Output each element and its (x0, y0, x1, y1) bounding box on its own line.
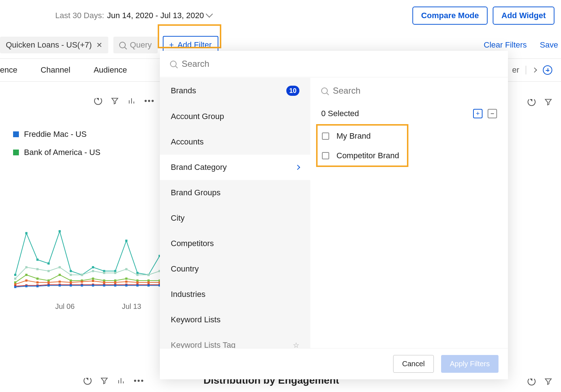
svg-rect-10 (125, 240, 128, 242)
svg-rect-77 (36, 268, 39, 270)
tab-channel[interactable]: Channel (41, 65, 70, 75)
funnel-icon[interactable] (544, 98, 552, 106)
svg-rect-41 (136, 281, 138, 283)
svg-rect-60 (14, 286, 16, 288)
funnel-icon[interactable] (544, 377, 552, 385)
svg-rect-23 (103, 279, 105, 282)
svg-rect-79 (58, 266, 61, 268)
svg-rect-30 (14, 283, 16, 285)
legend-item[interactable]: Bank of America - US (13, 143, 167, 162)
svg-rect-17 (36, 278, 39, 280)
save-link[interactable]: Save (540, 40, 558, 50)
svg-rect-62 (36, 285, 39, 287)
bar-chart-icon[interactable] (117, 377, 125, 385)
filter-category-city[interactable]: City (160, 205, 310, 231)
filter-category-industries[interactable]: Industries (160, 282, 310, 307)
tab-fragment-right: er (512, 65, 519, 75)
divider (526, 66, 526, 74)
svg-rect-31 (25, 279, 28, 282)
svg-rect-63 (48, 284, 50, 286)
svg-rect-19 (58, 274, 61, 276)
filter-query-input[interactable]: Query (113, 37, 158, 53)
refresh-icon[interactable] (528, 377, 536, 385)
badge-count: 10 (286, 86, 299, 96)
more-icon[interactable]: ••• (144, 96, 155, 106)
more-icon[interactable]: ••• (134, 376, 144, 385)
exclude-icon[interactable]: − (488, 109, 497, 118)
option-competitor-brand[interactable]: Competitor Brand (321, 146, 497, 166)
svg-rect-75 (14, 278, 16, 280)
filter-category-competitors[interactable]: Competitors (160, 231, 310, 256)
svg-rect-35 (70, 281, 72, 283)
filter-category-brand-groups[interactable]: Brand Groups (160, 180, 310, 205)
svg-rect-82 (92, 270, 94, 272)
filter-chip-brand[interactable]: Quicken Loans - US(+7) ✕ (0, 37, 108, 53)
svg-rect-33 (48, 281, 50, 283)
options-search[interactable] (321, 78, 497, 104)
svg-rect-18 (48, 279, 50, 282)
svg-rect-1 (25, 232, 28, 234)
date-range-label: Last 30 Days: (55, 11, 104, 20)
svg-rect-26 (136, 279, 138, 282)
svg-rect-0 (14, 274, 16, 276)
search-icon (119, 42, 126, 48)
category-label: Account Group (171, 112, 224, 121)
widget-toolbar (528, 98, 552, 106)
refresh-icon[interactable] (94, 97, 102, 105)
refresh-icon[interactable] (528, 98, 536, 106)
compare-mode-button[interactable]: Compare Mode (412, 7, 488, 25)
funnel-icon[interactable] (111, 97, 119, 105)
tab-audience[interactable]: Audience (94, 65, 127, 75)
svg-rect-87 (148, 274, 150, 276)
legend-swatch (13, 150, 19, 155)
category-label: Brand Groups (171, 188, 221, 197)
checkbox[interactable] (322, 132, 329, 140)
widget-toolbar-bottom-left: ••• (84, 376, 144, 385)
category-label: Competitors (171, 239, 214, 248)
bar-chart-icon[interactable] (128, 97, 136, 105)
filter-category-country[interactable]: Country (160, 256, 310, 282)
top-actions: Compare Mode Add Widget (412, 7, 561, 25)
clear-filters-link[interactable]: Clear Filters (484, 40, 527, 50)
checkbox[interactable] (322, 152, 329, 159)
svg-rect-69 (114, 284, 116, 286)
svg-rect-34 (58, 281, 61, 283)
add-widget-button[interactable]: Add Widget (493, 7, 554, 25)
svg-rect-15 (14, 281, 16, 283)
filter-options-panel: 0 Selected + − My Brand Competitor Brand (310, 78, 508, 348)
close-icon[interactable]: ✕ (96, 41, 102, 49)
svg-rect-39 (114, 281, 116, 283)
svg-rect-25 (125, 278, 128, 280)
refresh-icon[interactable] (84, 377, 92, 385)
top-bar: Last 30 Days: Jun 14, 2020 - Jul 13, 202… (0, 0, 561, 32)
chevron-right-icon[interactable] (532, 68, 537, 73)
filter-category-brand-category[interactable]: Brand Category (160, 155, 310, 180)
include-icon[interactable]: + (473, 109, 483, 118)
cancel-button[interactable]: Cancel (393, 355, 434, 373)
option-my-brand[interactable]: My Brand (321, 126, 497, 146)
date-range-picker[interactable]: Last 30 Days: Jun 14, 2020 - Jul 13, 202… (55, 11, 212, 20)
apply-filters-button[interactable]: Apply Filters (441, 355, 499, 373)
drawer-search-input[interactable] (182, 59, 498, 69)
legend-swatch (13, 131, 19, 137)
filter-category-keyword-lists-tag[interactable]: Keyword Lists Tag ☆ (160, 332, 310, 348)
tab-fragment-0[interactable]: ence (0, 65, 17, 75)
line-chart (13, 220, 167, 299)
svg-rect-86 (136, 274, 138, 276)
chevron-down-icon (206, 11, 213, 18)
selected-header: 0 Selected + − (321, 104, 497, 126)
options-search-input[interactable] (333, 86, 497, 96)
filter-category-account-group[interactable]: Account Group (160, 104, 310, 129)
filter-category-brands[interactable]: Brands 10 (160, 78, 310, 104)
filter-category-keyword-lists[interactable]: Keyword Lists (160, 307, 310, 332)
x-tick: Jul 06 (55, 302, 74, 311)
svg-rect-83 (103, 272, 105, 274)
add-tab-icon[interactable] (543, 65, 552, 75)
legend-item[interactable]: Freddie Mac - US (13, 125, 167, 143)
left-widget: ••• Freddie Mac - US Bank of America - U… (0, 96, 167, 311)
funnel-icon[interactable] (100, 377, 108, 385)
svg-rect-7 (92, 266, 94, 268)
filter-category-accounts[interactable]: Accounts (160, 129, 310, 155)
drawer-search[interactable] (160, 51, 508, 77)
drawer-footer: Cancel Apply Filters (160, 348, 508, 379)
